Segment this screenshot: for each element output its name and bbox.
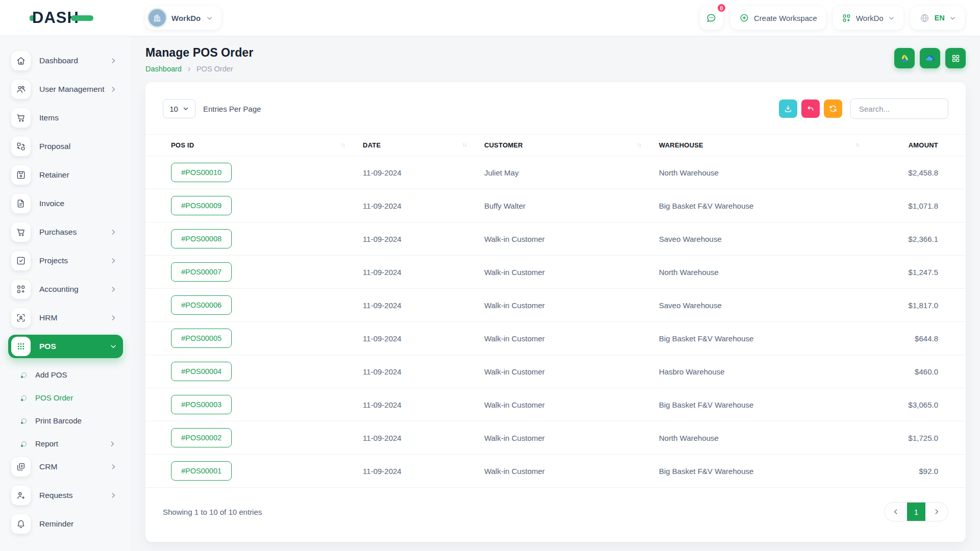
pos-id-link[interactable]: #POS00007 (171, 262, 232, 282)
user-plus-icon (11, 486, 31, 505)
pos-id-link[interactable]: #POS00005 (171, 329, 232, 348)
warehouse-cell: North Warehouse (659, 156, 877, 189)
bullet-icon (21, 372, 27, 378)
sidebar-item-accounting[interactable]: Accounting (8, 278, 123, 301)
amount-cell: $3,065.0 (877, 388, 966, 421)
customer-cell: Buffy Walter (484, 189, 659, 222)
sidebar-item-proposal[interactable]: Proposal (8, 135, 123, 158)
customer-cell: Walk-in Customer (484, 256, 659, 289)
sidebar-subitem-print-barcode[interactable]: Print Barcode (8, 409, 123, 432)
customer-cell: Walk-in Customer (484, 355, 659, 388)
warehouse-cell: Big Basket F&V Warehouse (659, 388, 877, 421)
breadcrumb-dashboard-link[interactable]: Dashboard (145, 65, 182, 73)
customer-cell: Walk-in Customer (484, 222, 659, 256)
check-square-icon (11, 251, 31, 270)
warehouse-cell: Saveo Warehouse (659, 289, 877, 322)
company-menu[interactable]: WorkDo (833, 6, 903, 30)
amount-cell: $1,725.0 (877, 421, 966, 455)
sidebar-item-retainer[interactable]: Retainer (8, 163, 123, 187)
orders-card: 10 Entries Per Page ↑↓POS ID↑↓D (145, 82, 966, 542)
sidebar-item-items[interactable]: Items (8, 106, 123, 130)
entries-summary: Showing 1 to 10 of 10 entries (163, 508, 262, 516)
page-number-button[interactable]: 1 (907, 503, 925, 521)
sort-icon[interactable]: ↑↓ (462, 141, 466, 147)
sort-icon[interactable]: ↑↓ (855, 141, 859, 147)
refresh-button[interactable] (824, 99, 842, 118)
pos-id-link[interactable]: #POS00006 (171, 295, 232, 315)
sort-icon[interactable]: ↑↓ (637, 141, 641, 147)
sidebar-item-hrm[interactable]: HRM (8, 306, 123, 330)
column-header-amount[interactable]: AMOUNT (877, 135, 966, 156)
bullet-icon (21, 395, 27, 400)
warehouse-cell: North Warehouse (659, 421, 877, 455)
amount-cell: $92.0 (877, 455, 966, 488)
sidebar-item-requests[interactable]: Requests (8, 484, 123, 507)
column-header-date[interactable]: ↑↓DATE (363, 135, 484, 156)
sidebar-item-pos[interactable]: POS (8, 335, 123, 358)
sidebar-item-dashboard[interactable]: Dashboard (8, 49, 123, 72)
date-cell: 11-09-2024 (363, 156, 484, 189)
export-button[interactable] (779, 99, 797, 118)
refresh-icon (828, 104, 838, 113)
column-header-warehouse[interactable]: ↑↓WAREHOUSE (659, 135, 877, 156)
pos-id-link[interactable]: #POS00008 (171, 229, 232, 248)
date-cell: 11-09-2024 (363, 455, 484, 488)
download-icon (783, 104, 793, 113)
sidebar-subitem-add-pos[interactable]: Add POS (8, 363, 123, 386)
pos-id-link[interactable]: #POS00009 (171, 196, 232, 215)
pos-id-link[interactable]: #POS00004 (171, 362, 232, 381)
next-page-button[interactable] (925, 503, 948, 521)
sidebar-subitem-label: Add POS (35, 370, 67, 379)
pos-id-link[interactable]: #POS00003 (171, 395, 232, 414)
reset-button[interactable] (801, 99, 820, 118)
sidebar-item-invoice[interactable]: Invoice (8, 192, 123, 215)
chevron-right-icon (186, 66, 192, 72)
swap-grid-icon (11, 137, 31, 156)
sidebar-subitem-pos-order[interactable]: POS Order (8, 386, 123, 409)
column-header-customer[interactable]: ↑↓CUSTOMER (484, 135, 659, 156)
table-row: #POS0000211-09-2024Walk-in CustomerNorth… (145, 421, 966, 455)
sidebar-subitem-report[interactable]: Report (8, 432, 123, 455)
column-header-pos-id[interactable]: ↑↓POS ID (145, 135, 363, 156)
sidebar-item-label: Requests (39, 491, 110, 500)
language-selector[interactable]: EN (911, 6, 965, 30)
sidebar-item-crm[interactable]: CRM (8, 455, 123, 479)
chevron-right-icon (110, 86, 117, 93)
sort-icon[interactable]: ↑↓ (341, 141, 345, 147)
sidebar-item-purchases[interactable]: Purchases (8, 220, 123, 244)
amount-cell: $1,247.5 (877, 256, 966, 289)
chevron-down-icon (949, 15, 956, 21)
sidebar-item-label: User Management (39, 85, 110, 94)
sidebar-item-label: Invoice (39, 199, 117, 208)
messages-button[interactable]: 0 (700, 6, 723, 30)
amount-cell: $1,071.8 (877, 189, 966, 222)
search-input[interactable] (850, 98, 948, 119)
sidebar-item-projects[interactable]: Projects (8, 249, 123, 272)
grid-plus-icon (842, 13, 851, 23)
sidebar-item-label: Purchases (39, 228, 110, 237)
google-drive-button[interactable] (894, 48, 915, 68)
table-row: #POS0000411-09-2024Walk-in CustomerHasbr… (145, 355, 966, 388)
warehouse-cell: Big Basket F&V Warehouse (659, 189, 877, 222)
pos-id-link[interactable]: #POS00001 (171, 461, 232, 481)
pos-id-link[interactable]: #POS00002 (171, 428, 232, 447)
pos-id-link[interactable]: #POS00010 (171, 163, 232, 182)
sidebar-menu: DashboardUser ManagementItemsProposalRet… (8, 49, 123, 536)
grid-view-button[interactable] (945, 48, 966, 68)
workspace-selector[interactable]: WorkDo (145, 6, 221, 30)
sidebar-item-user-management[interactable]: User Management (8, 78, 123, 101)
sidebar-item-reminder[interactable]: Reminder (8, 512, 123, 536)
orders-table: ↑↓POS ID↑↓DATE↑↓CUSTOMER↑↓WAREHOUSEAMOUN… (145, 134, 966, 488)
previous-page-button[interactable] (885, 503, 907, 521)
entries-per-page-select[interactable]: 10 (163, 99, 195, 118)
grid-icon (951, 54, 961, 63)
app-logo[interactable]: DASH (30, 9, 93, 27)
customer-cell: Walk-in Customer (484, 322, 659, 355)
amount-cell: $2,366.1 (877, 222, 966, 256)
sidebar-item-label: POS (39, 342, 110, 351)
create-workspace-button[interactable]: Create Workspace (730, 6, 826, 30)
sidebar-item-label: Proposal (39, 142, 117, 151)
onedrive-button[interactable] (920, 48, 940, 68)
chevron-right-icon (110, 57, 117, 64)
chevron-right-icon (110, 229, 117, 236)
